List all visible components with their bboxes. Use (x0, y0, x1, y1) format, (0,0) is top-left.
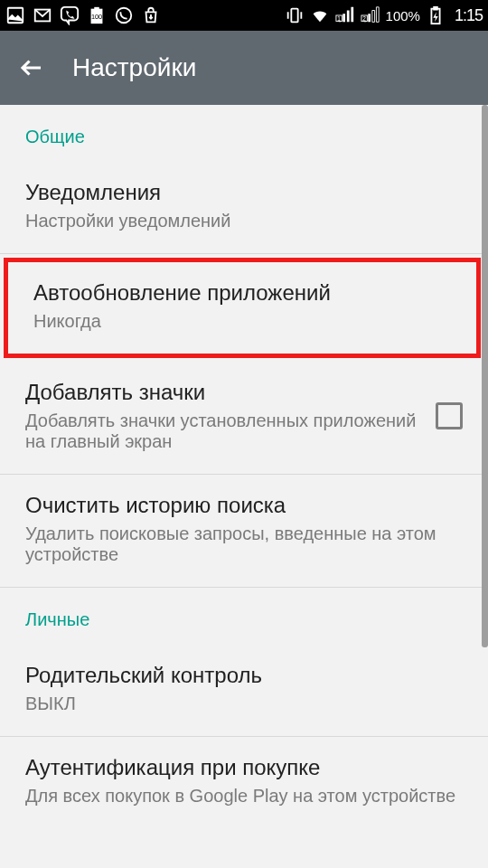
back-button[interactable] (16, 52, 47, 83)
svg-text:1: 1 (337, 15, 341, 22)
setting-notifications[interactable]: Уведомления Настройки уведомлений (0, 162, 488, 254)
setting-title: Очистить историю поиска (25, 493, 463, 518)
setting-sub: ВЫКЛ (25, 693, 463, 714)
setting-clear-history[interactable]: Очистить историю поиска Удалить поисковы… (0, 475, 488, 588)
setting-auth[interactable]: Аутентификация при покупке Для всех поку… (0, 737, 488, 828)
scrollbar[interactable] (482, 105, 488, 647)
highlight-autoupdate: Автообновление приложений Никогда (4, 258, 481, 358)
setting-title: Уведомления (25, 180, 463, 205)
vibrate-icon (285, 5, 305, 25)
store-icon (141, 5, 161, 25)
setting-title: Аутентификация при покупке (25, 755, 463, 780)
battery-pct: 100% (386, 8, 420, 24)
setting-sub: Для всех покупок в Google Play на этом у… (25, 786, 463, 807)
setting-add-icons[interactable]: Добавлять значки Добавлять значки устано… (0, 362, 488, 475)
battery-100-icon: 100 (87, 5, 107, 25)
signal-sim2-icon: 2 (361, 5, 380, 25)
setting-title: Родительский контроль (25, 663, 463, 688)
app-bar: Настройки (0, 31, 488, 105)
svg-text:100: 100 (91, 13, 102, 21)
setting-title: Автообновление приложений (33, 280, 451, 306)
svg-text:2: 2 (362, 15, 366, 22)
svg-rect-6 (291, 9, 297, 23)
setting-sub: Добавлять значки установленных приложени… (25, 410, 423, 452)
gallery-icon (5, 5, 25, 25)
setting-sub: Удалить поисковые запросы, введенные на … (25, 524, 463, 565)
setting-parental[interactable]: Родительский контроль ВЫКЛ (0, 645, 488, 737)
svg-point-5 (117, 8, 132, 24)
viber-icon (60, 5, 80, 25)
page-title: Настройки (72, 53, 196, 82)
setting-sub: Настройки уведомлений (25, 211, 463, 231)
status-bar: 100 1 2 100% 1:15 (0, 0, 488, 31)
setting-title: Добавлять значки (25, 380, 423, 405)
signal-sim1-icon: 1 (335, 5, 355, 25)
settings-content: Общие Уведомления Настройки уведомлений … (0, 105, 488, 868)
wifi-icon (310, 5, 330, 25)
svg-rect-12 (434, 7, 437, 10)
add-icons-checkbox[interactable] (436, 402, 463, 429)
setting-autoupdate[interactable]: Автообновление приложений Никогда (8, 262, 476, 354)
viber-icon-2 (114, 5, 134, 25)
section-personal-header: Личные (0, 588, 488, 645)
gmail-icon (33, 5, 52, 25)
battery-charging-icon (426, 5, 446, 25)
section-general-header: Общие (0, 105, 488, 162)
svg-rect-3 (94, 7, 99, 10)
status-time: 1:15 (455, 6, 483, 25)
setting-sub: Никогда (33, 311, 451, 332)
